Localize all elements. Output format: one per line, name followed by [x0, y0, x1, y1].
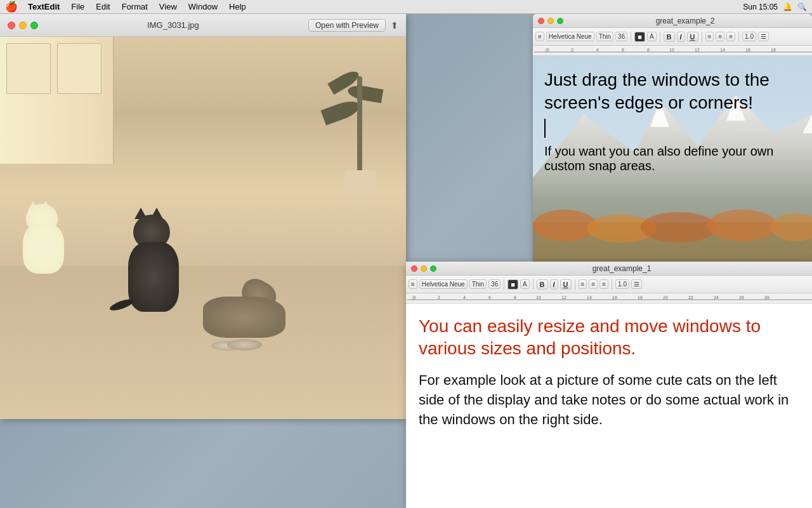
svg-text:10: 10	[669, 48, 674, 52]
plant	[335, 56, 386, 196]
te2-maximize-button[interactable]	[557, 18, 563, 24]
svg-text:2: 2	[571, 48, 573, 52]
close-button[interactable]	[8, 22, 15, 29]
menu-view[interactable]: View	[154, 0, 182, 14]
te2-font-list-icon[interactable]: ≡	[535, 32, 544, 41]
svg-text:|0: |0	[412, 295, 416, 300]
te1-underline-button[interactable]: U	[560, 279, 572, 290]
te2-heading-text: Just drag the windows to the screen's ed…	[544, 69, 801, 115]
te2-align-center[interactable]: ≡	[716, 32, 724, 41]
cat-black-body	[128, 242, 179, 312]
te2-bold-button[interactable]: B	[664, 32, 675, 42]
te2-align-right[interactable]: ≡	[726, 32, 735, 41]
svg-rect-23	[406, 293, 812, 304]
te2-ruler: |0 2 4 6 8 10 12 14 16 18	[533, 46, 812, 56]
te1-minimize-button[interactable]	[421, 265, 427, 272]
apple-icon[interactable]: 🍎	[5, 1, 18, 13]
svg-text:2: 2	[438, 295, 440, 300]
menu-help[interactable]: Help	[224, 0, 251, 14]
svg-text:4: 4	[463, 295, 466, 300]
spotlight-icon[interactable]: 🔍	[797, 3, 807, 11]
te1-toolbar: ≡ Helvetica Neue Thin 36 ■ A B I U ≡ ≡ ≡…	[406, 276, 812, 293]
te1-font-list-icon[interactable]: ≡	[409, 279, 417, 289]
te1-titlebar: great_example_1	[406, 262, 812, 276]
te2-color-icon[interactable]: A	[647, 32, 657, 41]
te1-content-area[interactable]: You can easily resize and move windows t…	[406, 304, 812, 508]
te2-cursor	[544, 119, 546, 138]
te2-separator-3	[702, 32, 702, 42]
preview-titlebar: IMG_3031.jpg Open with Preview ⬆	[0, 14, 406, 37]
svg-text:|0: |0	[546, 48, 549, 53]
preview-window: IMG_3031.jpg Open with Preview ⬆	[0, 14, 406, 419]
open-with-preview-button[interactable]: Open with Preview	[308, 19, 386, 32]
textedit1-window: great_example_1 ≡ Helvetica Neue Thin 36…	[406, 262, 812, 508]
te1-separator-3	[575, 279, 575, 290]
te2-minimize-button[interactable]	[547, 18, 554, 24]
plant-stem	[357, 76, 362, 171]
cabinet-door-left	[6, 43, 51, 94]
svg-text:16: 16	[745, 48, 750, 52]
minimize-button[interactable]	[19, 22, 27, 29]
te1-list-icon[interactable]: ☰	[631, 279, 642, 289]
menu-file[interactable]: File	[66, 0, 89, 14]
te1-spacing-value[interactable]: 1.0	[615, 279, 629, 289]
te2-separator-1	[631, 32, 631, 42]
te2-content-area[interactable]: Just drag the windows to the screen's ed…	[533, 56, 812, 262]
te2-color-swatch[interactable]: ■	[634, 32, 645, 42]
te1-separator-1	[504, 279, 504, 290]
te1-maximize-button[interactable]	[430, 265, 436, 272]
te2-font-size[interactable]: 36	[615, 32, 627, 41]
te2-spacing-value[interactable]: 1.0	[742, 32, 756, 41]
te2-separator-4	[738, 32, 739, 42]
plant-pot	[344, 170, 376, 196]
svg-point-18	[533, 210, 596, 241]
share-icon[interactable]: ⬆	[391, 20, 398, 30]
plant-leaf-1	[321, 98, 362, 126]
te1-close-button[interactable]	[411, 265, 417, 272]
menu-format[interactable]: Format	[117, 0, 153, 14]
svg-text:24: 24	[714, 295, 719, 300]
te1-ruler: |0 2 4 6 8 10 12 14 16 18 20 22 24 26 28	[406, 293, 812, 304]
cat-black	[122, 210, 192, 312]
te1-bold-button[interactable]: B	[537, 279, 548, 290]
cat-white	[16, 197, 74, 274]
svg-text:8: 8	[647, 48, 650, 52]
te2-font-weight[interactable]: Thin	[596, 32, 613, 41]
te1-color-icon[interactable]: A	[520, 279, 530, 289]
cat-tabby-body	[203, 297, 285, 338]
menu-edit[interactable]: Edit	[91, 0, 115, 14]
te2-font-name[interactable]: Helvetica Neue	[546, 32, 594, 41]
menubar: 🍎 TextEdit File Edit Format View Window …	[0, 0, 812, 14]
svg-point-21	[707, 210, 777, 241]
te1-align-left[interactable]: ≡	[579, 279, 587, 289]
plant-leaf-2	[347, 83, 384, 103]
te1-font-name[interactable]: Helvetica Neue	[419, 279, 468, 289]
menu-window[interactable]: Window	[183, 0, 223, 14]
svg-text:26: 26	[739, 295, 744, 300]
te1-separator-4	[612, 279, 612, 290]
te1-align-right[interactable]: ≡	[599, 279, 608, 289]
preview-image-area	[0, 37, 406, 419]
te2-list-icon[interactable]: ☰	[758, 32, 769, 41]
menu-app-name[interactable]: TextEdit	[23, 0, 65, 14]
svg-text:10: 10	[536, 295, 541, 300]
notification-icon[interactable]: 🔔	[783, 3, 792, 11]
te1-font-weight[interactable]: Thin	[469, 279, 487, 289]
te1-align-center[interactable]: ≡	[589, 279, 598, 289]
te1-color-swatch[interactable]: ■	[508, 279, 518, 290]
te1-separator-2	[533, 279, 534, 290]
menubar-time: Sun 15:05	[743, 3, 778, 11]
maximize-button[interactable]	[30, 22, 38, 29]
te1-italic-button[interactable]: I	[550, 279, 558, 290]
te1-font-size[interactable]: 36	[488, 279, 501, 289]
te1-red-heading: You can easily resize and move windows t…	[419, 315, 799, 359]
svg-text:14: 14	[720, 48, 725, 52]
te2-align-left[interactable]: ≡	[705, 32, 714, 41]
te2-separator-2	[660, 32, 660, 42]
traffic-lights	[8, 22, 38, 29]
svg-text:18: 18	[638, 295, 643, 300]
desktop: IMG_3031.jpg Open with Preview ⬆	[0, 14, 812, 508]
te2-italic-button[interactable]: I	[677, 32, 685, 42]
te2-close-button[interactable]	[538, 18, 544, 24]
te2-underline-button[interactable]: U	[687, 32, 698, 42]
